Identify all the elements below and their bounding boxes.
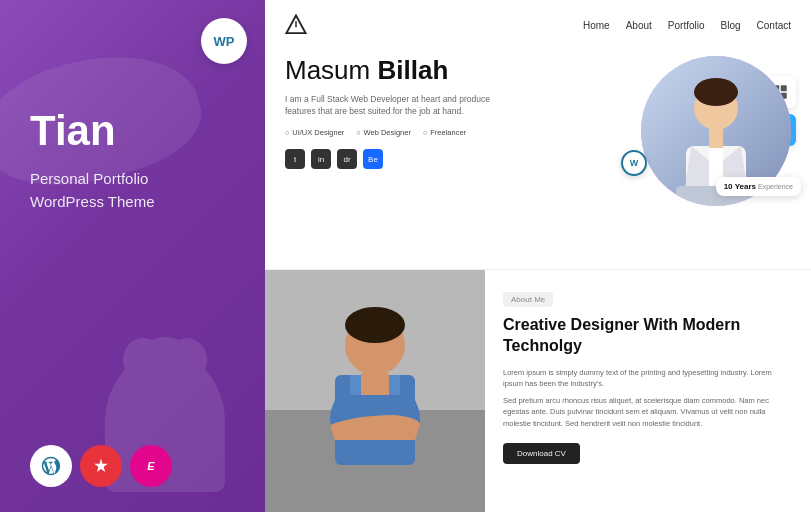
tag-web: Web Designer xyxy=(356,128,411,137)
svg-point-25 xyxy=(345,307,405,343)
behance-icon[interactable]: Be xyxy=(363,149,383,169)
wordpress-badge xyxy=(30,445,72,487)
about-section: About Me Creative Designer With Modern T… xyxy=(485,270,811,512)
about-desc-2: Sed pretium arcu rhoncus risus aliquet, … xyxy=(503,395,793,429)
about-person-image xyxy=(265,270,485,512)
elementor-badge: E xyxy=(130,445,172,487)
nav-blog[interactable]: Blog xyxy=(721,20,741,31)
site-logo xyxy=(285,14,307,36)
svg-point-5 xyxy=(171,373,179,381)
svg-point-4 xyxy=(151,373,159,381)
svg-rect-28 xyxy=(361,373,389,395)
about-person-illustration xyxy=(265,270,485,512)
about-desc-1: Lorem ipsum is simply dummy text of the … xyxy=(503,367,793,390)
wp-top-badge: WP xyxy=(201,18,247,64)
theme-subtitle: Personal Portfolio WordPress Theme xyxy=(30,168,235,213)
nav-home[interactable]: Home xyxy=(583,20,610,31)
experience-badge: 10 Years Experience xyxy=(716,177,801,196)
social-icons: t in dr Be xyxy=(285,149,591,169)
hero-name: Masum Billah xyxy=(285,56,591,85)
plugin-badges: E xyxy=(30,445,235,487)
instagram-icon[interactable]: in xyxy=(311,149,331,169)
hero-content: Masum Billah I am a Full Stack Web Devel… xyxy=(285,56,791,206)
svg-point-16 xyxy=(694,78,738,106)
nav-about[interactable]: About xyxy=(626,20,652,31)
theme-title: Tian xyxy=(30,110,235,152)
bottom-person-section xyxy=(265,270,485,512)
about-title: Creative Designer With Modern Technolgy xyxy=(503,315,793,357)
about-label: About Me xyxy=(503,292,553,307)
preview-bottom: About Me Creative Designer With Modern T… xyxy=(265,270,811,512)
preview-nav: Home About Portfolio Blog Contact xyxy=(285,14,791,36)
download-cv-button[interactable]: Download CV xyxy=(503,443,580,464)
nav-contact[interactable]: Contact xyxy=(757,20,791,31)
hero-right: Ps xyxy=(611,56,791,206)
svg-point-6 xyxy=(157,382,173,392)
tag-freelancer: Freelancer xyxy=(423,128,466,137)
contact-form-badge xyxy=(80,445,122,487)
nav-portfolio[interactable]: Portfolio xyxy=(668,20,705,31)
hero-description: I am a Full Stack Web Developer at heart… xyxy=(285,93,505,119)
svg-rect-19 xyxy=(709,128,723,148)
dribbble-icon[interactable]: dr xyxy=(337,149,357,169)
hero-left: Masum Billah I am a Full Stack Web Devel… xyxy=(285,56,591,169)
preview-top: Home About Portfolio Blog Contact Masum … xyxy=(265,0,811,270)
nav-links: Home About Portfolio Blog Contact xyxy=(583,20,791,31)
tag-uiux: UI/UX Designer xyxy=(285,128,344,137)
right-panel: Home About Portfolio Blog Contact Masum … xyxy=(265,0,811,512)
left-panel: WP Tian Personal Portfolio WordPress The… xyxy=(0,0,265,512)
w-circle-badge: W xyxy=(621,150,647,176)
twitter-icon[interactable]: t xyxy=(285,149,305,169)
hero-tags: UI/UX Designer Web Designer Freelancer xyxy=(285,128,591,137)
svg-rect-11 xyxy=(781,85,787,91)
